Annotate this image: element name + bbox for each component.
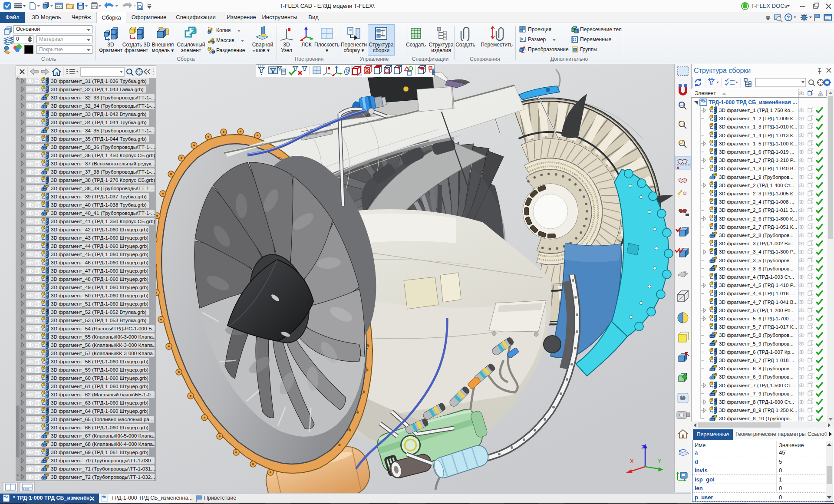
svg-text:3D фрагмент_48 (ТРД-1-060 Штуц: 3D фрагмент_48 (ТРД-1-060 Штуцер.grb) xyxy=(51,276,148,282)
svg-text:3D фрагмент_46 (ТРД-1-060 Штуц: 3D фрагмент_46 (ТРД-1-060 Штуцер.grb) xyxy=(51,260,148,266)
svg-text:3D фрагмент_43 (ТРД-1-060 Штуц: 3D фрагмент_43 (ТРД-1-060 Штуцер.grb) xyxy=(51,235,148,241)
svg-text:3D фрагмент_60 (ТРД-1-060 Штуц: 3D фрагмент_60 (ТРД-1-060 Штуцер.grb) xyxy=(51,375,148,381)
svg-text:3D фрагмент_33 (ТРД-1-042 Втул: 3D фрагмент_33 (ТРД-1-042 Втулка.grb) xyxy=(51,111,146,117)
svg-text:3D фрагмент_2_4 (ТРД-1-008 ...: 3D фрагмент_2_4 (ТРД-1-008 ... xyxy=(719,199,794,204)
svg-text:3D фрагмент_4_7 (ТРД-1-041 В..: 3D фрагмент_4_7 (ТРД-1-041 В... xyxy=(719,299,798,305)
svg-text:3D фрагмент_3 (ТРД-1-002 Ва...: 3D фрагмент_3 (ТРД-1-002 Ва... xyxy=(719,240,795,246)
svg-text:3D фрагмент_2_3 (ТРД-1-005 К..: 3D фрагмент_2_3 (ТРД-1-005 К... xyxy=(719,191,797,196)
svg-text:3D фрагмент_1 (ТРД-1-750 Ко...: 3D фрагмент_1 (ТРД-1-750 Ко... xyxy=(719,107,794,113)
svg-text:3D фрагмент_38_39 (Трубопровод: 3D фрагмент_38_39 (Трубопроводы\ТТ-1-... xyxy=(51,185,155,191)
svg-text:3D фрагмент_63 (ТРД-1-060 Штуц: 3D фрагмент_63 (ТРД-1-060 Штуцер.grb) xyxy=(51,400,148,406)
svg-text:3D фрагмент_42 (ТРД-1-060 Штуц: 3D фрагмент_42 (ТРД-1-060 Штуцер.grb) xyxy=(51,227,148,233)
svg-text:X: X xyxy=(630,458,634,464)
svg-text:3D фрагмент_2_8 (Трубопров...: 3D фрагмент_2_8 (Трубопров... xyxy=(719,232,794,238)
svg-text:3D фрагмент_67 (Клапаны\КК-5-0: 3D фрагмент_67 (Клапаны\КК-5-000 Клапа..… xyxy=(51,433,156,439)
svg-text:3D фрагмент_65 (Топливно-масля: 3D фрагмент_65 (Топливно-масляный ра... xyxy=(51,416,154,422)
svg-text:3D фрагмент_1_3 (ТРД-1-010 К..: 3D фрагмент_1_3 (ТРД-1-010 К... xyxy=(719,124,797,129)
svg-text:?: ? xyxy=(787,15,790,21)
svg-text:3D фрагмент_55 (Клапаны\КК-3-0: 3D фрагмент_55 (Клапаны\КК-3-000 Клапа..… xyxy=(51,334,156,340)
svg-text:3D фрагмент_57 (Клапаны\КК-3-0: 3D фрагмент_57 (Клапаны\КК-3-000 Клапа..… xyxy=(51,350,156,356)
svg-text:3D фрагмент_32 (ТРД-1-043 Гайк: 3D фрагмент_32 (ТРД-1-043 Гайка.grb) xyxy=(51,86,144,92)
svg-text:3D фрагмент_8_9 (ТРД-1-250 К..: 3D фрагмент_8_9 (ТРД-1-250 К... xyxy=(719,407,797,413)
svg-text:3D фрагмент_1_7 (ТРД-1-210 Р..: 3D фрагмент_1_7 (ТРД-1-210 Р... xyxy=(719,157,797,163)
svg-text:T-FLEX DOCs: T-FLEX DOCs xyxy=(751,3,788,9)
svg-text:3D фрагмент_1_4 (ТРД-1-013 К..: 3D фрагмент_1_4 (ТРД-1-013 К... xyxy=(719,132,797,138)
svg-text:3D фрагмент_6 (ТРД-1-007 Кр...: 3D фрагмент_6 (ТРД-1-007 Кр... xyxy=(719,349,794,355)
svg-text:Z: Z xyxy=(641,444,645,451)
svg-text:3D фрагмент_4_6 (ТРД-1-016 ...: 3D фрагмент_4_6 (ТРД-1-016 ... xyxy=(719,290,794,296)
svg-text:3D фрагмент_5_8 (Трубопров...: 3D фрагмент_5_8 (Трубопров... xyxy=(719,332,794,338)
svg-text:3D фрагмент_34_35 (Трубопровод: 3D фрагмент_34_35 (Трубопроводы\ТТ-1-... xyxy=(51,128,155,134)
svg-text:3D фрагмент_52 (ТРД-1-052 Втул: 3D фрагмент_52 (ТРД-1-052 Втулка.grb) xyxy=(51,309,146,315)
svg-text:3D фрагмент_2_6 (ТРД-1-800 К..: 3D фрагмент_2_6 (ТРД-1-800 К... xyxy=(719,216,797,221)
svg-text:3D фрагмент_71 (Трубопроводы\Т: 3D фрагмент_71 (Трубопроводы\ТТ-1-031... xyxy=(51,466,155,472)
svg-text:3D фрагмент_37 (Вспомогательны: 3D фрагмент_37 (Вспомогательный редук... xyxy=(51,161,155,167)
svg-text:3D фрагмент_68 (Клапаны\КК-4-0: 3D фрагмент_68 (Клапаны\КК-4-000 Клапа..… xyxy=(51,441,156,447)
svg-text:3D фрагмент_5_9 (Трубопров...: 3D фрагмент_5_9 (Трубопров... xyxy=(719,341,794,346)
svg-text:ТРД-1-000 ТРД СБ_изменённая ..: ТРД-1-000 ТРД СБ_изменённая ... xyxy=(709,99,797,105)
svg-text:3D фрагмент_40 (ТРД-1-038 Труб: 3D фрагмент_40 (ТРД-1-038 Трубка.grb) xyxy=(51,202,147,208)
svg-text:3D фрагмент_64 (ТРД-1-060 Штуц: 3D фрагмент_64 (ТРД-1-060 Штуцер.grb) xyxy=(51,408,148,414)
svg-text:3D фрагмент_62 (Масляный бачок: 3D фрагмент_62 (Масляный бачок\ББ-1-0... xyxy=(51,392,155,398)
svg-text:3D фрагмент_1_2 (ТРД-1-009 К..: 3D фрагмент_1_2 (ТРД-1-009 К... xyxy=(719,115,797,121)
svg-text:3D фрагмент_8_10 (Трубопро...: 3D фрагмент_8_10 (Трубопро... xyxy=(719,415,794,421)
svg-text:Y: Y xyxy=(658,458,662,464)
svg-text:3D фрагмент_1_5 (ТРД-1-100 К..: 3D фрагмент_1_5 (ТРД-1-100 К... xyxy=(719,141,797,146)
svg-text:3D фрагмент_4_5 (ТРД-1-410 Р..: 3D фрагмент_4_5 (ТРД-1-410 Р... xyxy=(719,282,797,288)
svg-text:3D фрагмент_54 (Насосы\ТРД-НС-: 3D фрагмент_54 (Насосы\ТРД-НС-1-000 Б... xyxy=(51,326,156,332)
svg-text:3D фрагмент_51 (ТРД-1-060 Штуц: 3D фрагмент_51 (ТРД-1-060 Штуцер.grb) xyxy=(51,301,148,307)
svg-text:3D фрагмент_47 (ТРД-1-060 Штуц: 3D фрагмент_47 (ТРД-1-060 Штуцер.grb) xyxy=(51,268,148,274)
svg-text:3D фрагмент_3_5 (Трубопров...: 3D фрагмент_3_5 (Трубопров... xyxy=(719,257,794,263)
svg-text:3D фрагмент_35 (ТРД-1-044 Труб: 3D фрагмент_35 (ТРД-1-044 Трубка.grb) xyxy=(51,136,147,142)
svg-text:3D фрагмент_32_34 (Трубопровод: 3D фрагмент_32_34 (Трубопроводы\ТТ-1-... xyxy=(51,103,155,109)
svg-text:3D фрагмент_3_4 (ТРД-1-300 Р..: 3D фрагмент_3_4 (ТРД-1-300 Р... xyxy=(719,249,797,254)
svg-text:3D фрагмент_50 (ТРД-1-060 Штуц: 3D фрагмент_50 (ТРД-1-060 Штуцер.grb) xyxy=(51,293,148,299)
svg-text:3D фрагмент_7 (ТРД-1-500 Ст...: 3D фрагмент_7 (ТРД-1-500 Ст... xyxy=(719,382,794,388)
svg-text:3D фрагмент_70 (Трубопроводы\Т: 3D фрагмент_70 (Трубопроводы\ТТ-1-030... xyxy=(51,458,155,464)
svg-text:3D фрагмент_38 (ТРД-1-270 Корп: 3D фрагмент_38 (ТРД-1-270 Корпус СБ.grb) xyxy=(51,177,155,183)
svg-text:3D фрагмент_49 (ТРД-1-060 Штуц: 3D фрагмент_49 (ТРД-1-060 Штуцер.grb) xyxy=(51,284,148,290)
svg-text:3D фрагмент_61 (ТРД-1-060 Штуц: 3D фрагмент_61 (ТРД-1-060 Штуцер.grb) xyxy=(51,383,148,389)
svg-text:3D фрагмент_39 (ТРД-1-037 Труб: 3D фрагмент_39 (ТРД-1-037 Трубка.grb) xyxy=(51,194,147,200)
svg-text:3D фрагмент_1_8 (ТРД-1-040 В..: 3D фрагмент_1_8 (ТРД-1-040 В... xyxy=(719,165,798,171)
svg-text:!: ! xyxy=(820,92,821,96)
svg-text:3D фрагмент_69 (ТРД-1-061 Штуц: 3D фрагмент_69 (ТРД-1-061 Штуцер.grb) xyxy=(51,449,148,455)
svg-text:3D фрагмент_7_9 (Трубопров...: 3D фрагмент_7_9 (Трубопров... xyxy=(719,391,794,396)
svg-text:3D фрагмент_34 (ТРД-1-044 Труб: 3D фрагмент_34 (ТРД-1-044 Трубка.grb) xyxy=(51,119,147,125)
svg-text:3D фрагмент_66 (ТРД-1-060 Штуц: 3D фрагмент_66 (ТРД-1-060 Штуцер.grb) xyxy=(51,425,148,431)
svg-text:3D фрагмент_37_38 (Трубопровод: 3D фрагмент_37_38 (Трубопроводы\ТТ-1-... xyxy=(51,169,155,175)
svg-text:3D фрагмент_6_8 (Трубопров...: 3D фрагмент_6_8 (Трубопров... xyxy=(719,366,794,371)
svg-text:3D фрагмент_59 (ТРД-1-060 Штуц: 3D фрагмент_59 (ТРД-1-060 Штуцер.grb) xyxy=(51,367,148,373)
svg-text:3D фрагмент_44 (ТРД-1-060 Штуц: 3D фрагмент_44 (ТРД-1-060 Штуцер.grb) xyxy=(51,243,148,249)
svg-text:3D фрагмент_45 (ТРД-1-060 Штуц: 3D фрагмент_45 (ТРД-1-060 Штуцер.grb) xyxy=(51,251,148,257)
svg-text:3D фрагмент_4 (ТРД-1-003 Ст...: 3D фрагмент_4 (ТРД-1-003 Ст... xyxy=(719,274,794,280)
svg-text:3D фрагмент_2_7 (ТРД-1-051 К..: 3D фрагмент_2_7 (ТРД-1-051 К... xyxy=(719,224,797,230)
svg-text:3D фрагмент_5 (ТРД-1-200 Ро...: 3D фрагмент_5 (ТРД-1-200 Ро... xyxy=(719,307,794,313)
svg-text:3D фрагмент_72 (Трубопроводы\Т: 3D фрагмент_72 (Трубопроводы\ТТ-1-032... xyxy=(51,474,155,480)
svg-text:3D фрагмент_2 (ТРД-1-400 Ст...: 3D фрагмент_2 (ТРД-1-400 Ст... xyxy=(719,182,794,188)
svg-text:3D фрагмент_6_7 (ТРД-1-018 ...: 3D фрагмент_6_7 (ТРД-1-018 ... xyxy=(719,357,794,363)
svg-text:3D фрагмент_32_33 (Трубопровод: 3D фрагмент_32_33 (Трубопроводы\ТТ-1-... xyxy=(51,95,155,101)
svg-text:3D фрагмент_56 (Клапаны\КК-3-0: 3D фрагмент_56 (Клапаны\КК-3-000 Клапа..… xyxy=(51,342,156,348)
svg-text:3D фрагмент_1_9 (Трубопров...: 3D фрагмент_1_9 (Трубопров... xyxy=(719,174,794,180)
svg-text:3D фрагмент_5_7 (ТРД-1-017 К..: 3D фрагмент_5_7 (ТРД-1-017 К... xyxy=(719,324,797,329)
svg-text:3D фрагмент_40_41 (Трубопровод: 3D фрагмент_40_41 (Трубопроводы\ТТ-1-... xyxy=(51,210,155,216)
svg-text:3D фрагмент_41 (ТРД-1-350 Корп: 3D фрагмент_41 (ТРД-1-350 Корпус СБ.grb) xyxy=(51,218,155,224)
svg-text:3D фрагмент_58 (ТРД-1-060 Штуц: 3D фрагмент_58 (ТРД-1-060 Штуцер.grb) xyxy=(51,359,148,365)
svg-text:3D фрагмент_8 (ТРД-1-600 Ст...: 3D фрагмент_8 (ТРД-1-600 Ст... xyxy=(719,399,794,405)
svg-text:3D фрагмент_6_9 (Трубопров...: 3D фрагмент_6_9 (Трубопров... xyxy=(719,374,794,379)
svg-text:3D фрагмент_5_6 (ТРД-1-700 ...: 3D фрагмент_5_6 (ТРД-1-700 ... xyxy=(719,316,794,321)
svg-text:3D фрагмент_36 (ТРД-1-450 Корп: 3D фрагмент_36 (ТРД-1-450 Корпус СБ.grb) xyxy=(51,152,155,158)
svg-text:3D фрагмент_1_6 (ТРД-1-019 ...: 3D фрагмент_1_6 (ТРД-1-019 ... xyxy=(719,149,794,155)
svg-text:3D фрагмент_2_5 (ТРД-1-011 З..: 3D фрагмент_2_5 (ТРД-1-011 З... xyxy=(719,207,797,213)
svg-text:3D фрагмент_53 (ТРД-1-053 Втул: 3D фрагмент_53 (ТРД-1-053 Втулка.grb) xyxy=(51,317,146,323)
svg-text:3D фрагмент_3_6 (Трубопров...: 3D фрагмент_3_6 (Трубопров... xyxy=(719,266,794,271)
svg-text:3D фрагмент_35_36 (Трубопровод: 3D фрагмент_35_36 (Трубопроводы\ТТ-1-... xyxy=(51,144,155,150)
svg-text:3D фрагмент_31 (ТРД-1-036 Труб: 3D фрагмент_31 (ТРД-1-036 Трубка.grb) xyxy=(51,78,147,84)
